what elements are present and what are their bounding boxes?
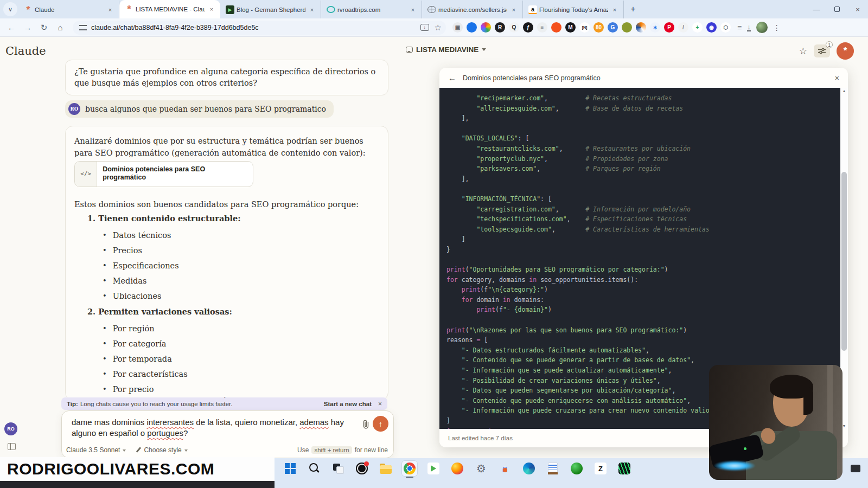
tab-close-icon[interactable]: ×	[409, 5, 417, 14]
forward-icon[interactable]: →	[21, 21, 35, 35]
tab-close-icon[interactable]: ×	[509, 5, 518, 14]
tab-list-chevron-icon[interactable]: ∨	[3, 2, 17, 16]
model-selector[interactable]: Claude 3.5 Sonnet	[66, 446, 126, 454]
settings-icon[interactable]: ⚙	[473, 460, 489, 477]
claude-account-avatar[interactable]: *	[837, 42, 854, 60]
browser-menu-icon[interactable]: ⋮	[773, 23, 781, 32]
clipchamp-icon[interactable]	[425, 460, 442, 477]
scrollbar-thumb[interactable]	[841, 172, 847, 351]
green-plus-extension-icon[interactable]: +	[692, 22, 703, 33]
tab-close-icon[interactable]: ×	[106, 5, 114, 14]
dark-r-extension-icon[interactable]: R	[495, 22, 505, 33]
browser-tab-4[interactable]: rvroadtrips.com×	[321, 1, 422, 18]
answer-sections: 1. Tienen contenido estructurable:•Datos…	[74, 213, 379, 400]
reading-list-icon[interactable]: ≡	[737, 23, 742, 32]
code-line: "recipemarker.com", # Recetas estructura…	[446, 93, 840, 104]
maximize-button[interactable]	[827, 0, 847, 18]
orange-jar-extension-icon[interactable]: 80	[593, 22, 604, 33]
reload-icon[interactable]: ↻	[37, 21, 51, 35]
gray-bar-extension-icon[interactable]: ≡	[537, 22, 547, 33]
puzzle-extension-icon[interactable]: ⬡	[720, 22, 731, 33]
panel-close-icon[interactable]: ×	[835, 74, 839, 82]
install-app-icon[interactable]: ↓	[420, 24, 429, 31]
url-text[interactable]: claude.ai/chat/ba88df41-8fa9-4f2e-b389-1…	[91, 24, 420, 31]
browser-tab-5[interactable]: mediavine.com/sellers.json×	[422, 1, 523, 18]
tab-close-icon[interactable]: ×	[610, 5, 619, 14]
md-extension-icon[interactable]: M	[565, 22, 576, 33]
tab-close-icon[interactable]: ×	[308, 5, 316, 14]
obs-icon[interactable]	[354, 460, 370, 477]
attach-paperclip-icon[interactable]	[362, 420, 369, 428]
chat-title-menu[interactable]: LISTA MEDIAVINE	[406, 46, 486, 54]
new-tab-button[interactable]: +	[626, 2, 640, 16]
browser-tab-3[interactable]: ▶Blog - German Shepherd Dog×	[220, 1, 321, 18]
code-token: ],	[446, 114, 469, 122]
claude-logo[interactable]: Claude	[5, 44, 46, 57]
swirl-ball-extension-icon[interactable]	[636, 22, 646, 33]
pencil-extension-icon[interactable]: /	[678, 22, 688, 33]
blue-circle-extension-icon[interactable]	[467, 22, 477, 33]
address-bar[interactable]: claude.ai/chat/ba88df41-8fa9-4f2e-b389-1…	[73, 21, 446, 35]
hint-suffix: for new line	[355, 446, 388, 454]
back-icon[interactable]: ←	[4, 21, 18, 35]
style-selector[interactable]: Choose style	[136, 446, 187, 454]
task-view-icon[interactable]	[330, 460, 346, 477]
notepad-icon[interactable]	[545, 460, 561, 477]
file-explorer-icon[interactable]	[378, 460, 394, 477]
bullet-dot-icon: •	[103, 275, 107, 287]
browser-tab-1[interactable]: *Claude×	[18, 1, 119, 18]
site-info-icon[interactable]	[79, 25, 87, 30]
send-button[interactable]: ↑	[373, 416, 388, 432]
message-composer[interactable]: dame mas dominios interersantes de la li…	[61, 410, 394, 458]
browser-tab-2[interactable]: *LISTA MEDIAVINE - Claude×	[119, 0, 220, 18]
back-arrow-icon[interactable]: ←	[448, 73, 456, 82]
olive-extension-icon[interactable]	[622, 22, 632, 33]
code-line: "- Datos estructurados fácilmente automa…	[446, 345, 840, 356]
flame-extension-icon[interactable]	[551, 22, 561, 33]
capcut-icon[interactable]: Z	[592, 460, 609, 477]
firefox-icon[interactable]	[449, 460, 465, 477]
code-line: "allrecipesguide.com", # Base de datos d…	[446, 104, 840, 114]
green-app-icon[interactable]	[616, 460, 633, 477]
tip-close-icon[interactable]: ×	[378, 400, 382, 408]
code-token: ,	[657, 377, 661, 384]
artifact-panel-title: Dominios potenciales para SEO programáti…	[463, 74, 601, 82]
account-avatar[interactable]: RO	[4, 422, 17, 435]
style-label: Choose style	[144, 446, 181, 454]
n-brackets-extension-icon[interactable]: [N]	[579, 22, 590, 33]
downloads-icon[interactable]: ↓	[747, 24, 751, 31]
tab-close-icon[interactable]: ×	[207, 5, 216, 14]
edge-icon[interactable]	[521, 460, 537, 477]
browser-tab-6[interactable]: aFlourishing Today's Amazon Pa×	[523, 1, 624, 18]
scroll-up-icon[interactable]: ▲	[840, 89, 848, 93]
blue-gear-extension-icon[interactable]: G	[608, 22, 618, 33]
artifact-panel-header: ← Dominios potenciales para SEO programá…	[439, 68, 848, 88]
sidebar-toggle-icon[interactable]	[8, 443, 16, 450]
color-wheel-extension-icon[interactable]	[481, 22, 491, 33]
browser-profile-avatar[interactable]	[756, 22, 768, 33]
code-token: : [	[540, 195, 552, 203]
composer-input[interactable]: dame mas dominios interersantes de la li…	[62, 411, 393, 439]
code-token: (f	[480, 286, 488, 293]
artifact-card[interactable]: </> Dominios potenciales para SEO progra…	[74, 161, 253, 187]
bookmark-star-icon[interactable]: ☆	[435, 23, 442, 33]
fn-extension-icon[interactable]: ƒ	[523, 22, 533, 33]
audacity-icon[interactable]: ∩	[497, 460, 513, 477]
camera-extension-icon[interactable]: ▣	[452, 22, 463, 33]
pinterest-extension-icon[interactable]: P	[664, 22, 674, 33]
xbox-icon[interactable]	[569, 460, 585, 477]
search-extension-icon[interactable]: Q	[509, 22, 519, 33]
minimize-button[interactable]: —	[806, 0, 827, 18]
favorite-star-icon[interactable]: ☆	[799, 46, 807, 57]
start-new-chat-link[interactable]: Start a new chat	[324, 401, 372, 407]
home-icon[interactable]: ⌂	[53, 21, 67, 35]
chrome-icon[interactable]	[401, 460, 418, 477]
windows-start-icon[interactable]	[282, 460, 298, 477]
blue-asterisk-extension-icon[interactable]: ∗	[650, 22, 660, 33]
close-button[interactable]: ×	[847, 0, 868, 18]
code-line: ],	[446, 113, 840, 124]
taskbar-search-icon[interactable]	[306, 460, 322, 477]
indigo-square-extension-icon[interactable]: ◉	[706, 22, 717, 33]
settings-sliders-button[interactable]: 1	[814, 44, 830, 57]
tray-icon[interactable]	[851, 465, 860, 472]
